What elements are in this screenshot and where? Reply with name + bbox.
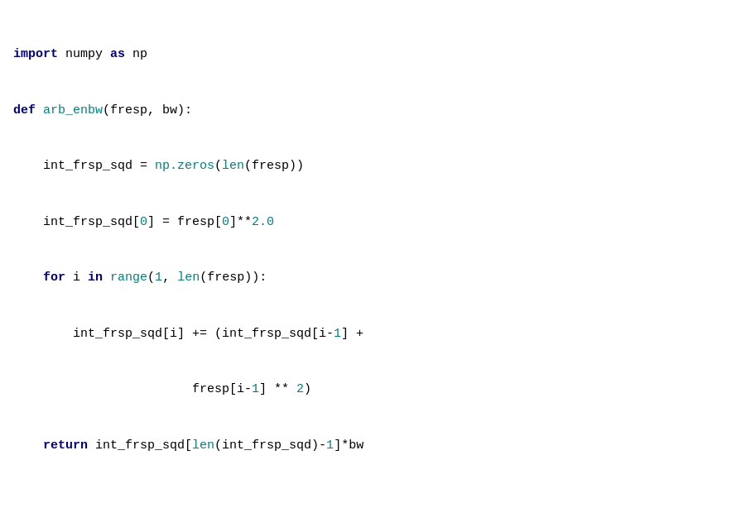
np-zeros: np.zeros: [155, 159, 214, 173]
builtin-range1: range: [110, 271, 147, 285]
line-8: return int_frsp_sqd[len(int_frsp_sqd)-1]…: [13, 437, 743, 456]
keyword-def: def: [13, 103, 36, 117]
blank-line-1: [13, 492, 743, 511]
line-2: def arb_enbw(fresp, bw):: [13, 102, 743, 121]
line-3: int_frsp_sqd = np.zeros(len(fresp)): [13, 157, 743, 176]
keyword-as: as: [110, 47, 125, 61]
num-1b: 1: [334, 327, 341, 341]
num-1d: 1: [326, 439, 334, 453]
num-0b: 0: [222, 215, 229, 229]
code-editor: import numpy as np def arb_enbw(fresp, b…: [13, 8, 743, 532]
num-2-0: 2.0: [252, 215, 274, 229]
line-1: import numpy as np: [13, 46, 743, 65]
keyword-for1: for: [43, 271, 65, 285]
num-1c: 1: [252, 382, 259, 396]
line-5: for i in range(1, len(fresp)):: [13, 269, 743, 288]
line-7: fresp[i-1] ** 2): [13, 381, 743, 400]
builtin-len1: len: [222, 159, 244, 173]
builtin-len3: len: [192, 439, 214, 453]
keyword-return: return: [43, 439, 88, 453]
num-2b: 2: [296, 382, 304, 396]
line-6: int_frsp_sqd[i] += (int_frsp_sqd[i-1] +: [13, 325, 743, 344]
keyword-in1: in: [88, 271, 103, 285]
num-0: 0: [140, 215, 147, 229]
num-1: 1: [155, 271, 162, 285]
func-name: arb_enbw: [43, 103, 103, 117]
builtin-len2: len: [177, 271, 200, 285]
line-4: int_frsp_sqd[0] = fresp[0]**2.0: [13, 213, 743, 232]
keyword-import: import: [13, 47, 58, 61]
